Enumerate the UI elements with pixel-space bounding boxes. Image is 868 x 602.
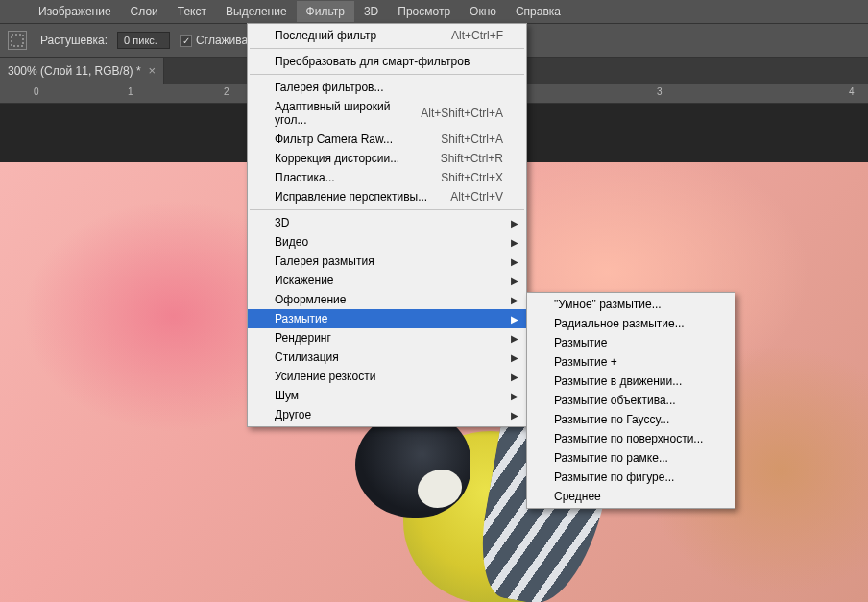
menu-item-label: 3D xyxy=(275,216,503,229)
menu-item[interactable]: Галерея фильтров... xyxy=(248,78,526,97)
menu-item-label: Пластика... xyxy=(275,171,441,184)
menu-item-label: Стилизация xyxy=(275,350,503,364)
menu-item-label: Оформление xyxy=(275,293,503,306)
chevron-right-icon: ▶ xyxy=(511,276,518,286)
submenu-item-label: Среднее xyxy=(554,490,711,503)
chevron-right-icon: ▶ xyxy=(511,295,518,305)
menu-shortcut: Alt+Shift+Ctrl+A xyxy=(421,107,503,120)
menu-item[interactable]: Искажение▶ xyxy=(248,271,526,290)
chevron-right-icon: ▶ xyxy=(511,391,518,401)
menu-item[interactable]: Последний фильтрAlt+Ctrl+F xyxy=(248,26,526,45)
menu-item-label: Адаптивный широкий угол... xyxy=(275,100,421,127)
menu-item-label: Шум xyxy=(275,389,503,402)
menu-item[interactable]: Размытие▶ xyxy=(248,309,526,328)
menu-item[interactable]: Другое▶ xyxy=(248,405,526,424)
menu-item[interactable]: Рендеринг▶ xyxy=(248,328,526,348)
menu-item[interactable]: 3D▶ xyxy=(248,213,526,232)
menu-item[interactable]: Усиление резкости▶ xyxy=(248,367,526,386)
menu-item-label: Коррекция дисторсии... xyxy=(275,152,441,165)
menubar-item-Просмотр[interactable]: Просмотр xyxy=(388,1,460,22)
menu-item[interactable]: Адаптивный широкий угол...Alt+Shift+Ctrl… xyxy=(248,97,526,130)
submenu-item-label: Размытие по фигуре... xyxy=(554,470,711,484)
menubar-item-Выделение[interactable]: Выделение xyxy=(216,1,297,22)
ruler-tick: 0 xyxy=(34,86,39,97)
menu-item[interactable]: Оформление▶ xyxy=(248,290,526,309)
menu-shortcut: Shift+Ctrl+A xyxy=(441,132,503,146)
menu-item-label: Галерея фильтров... xyxy=(275,81,503,94)
chevron-right-icon: ▶ xyxy=(511,410,518,421)
chevron-right-icon: ▶ xyxy=(511,333,518,344)
check-icon: ✓ xyxy=(180,35,192,47)
submenu-item[interactable]: Радиальное размытие... xyxy=(527,314,735,333)
menu-separator xyxy=(250,209,524,210)
submenu-item-label: Радиальное размытие... xyxy=(554,317,711,330)
svg-rect-0 xyxy=(12,35,23,46)
menu-shortcut: Alt+Ctrl+F xyxy=(451,29,503,42)
submenu-item-label: Размытие по Гауссу... xyxy=(554,413,711,426)
menubar-item-Изображение[interactable]: Изображение xyxy=(29,1,121,22)
submenu-item[interactable]: Размытие по фигуре... xyxy=(527,468,735,487)
menu-item[interactable]: Исправление перспективы...Alt+Ctrl+V xyxy=(248,187,526,206)
document-tab[interactable]: 300% (Слой 11, RGB/8) * × xyxy=(0,58,164,84)
menu-separator xyxy=(250,48,524,49)
menu-item-label: Галерея размытия xyxy=(275,254,503,268)
submenu-item-label: Размытие объектива... xyxy=(554,394,711,407)
submenu-item[interactable]: Размытие xyxy=(527,333,735,352)
ruler-tick: 1 xyxy=(128,86,133,97)
submenu-item[interactable]: Размытие по рамке... xyxy=(527,448,735,468)
chevron-right-icon: ▶ xyxy=(511,352,518,363)
menubar-item-Слои[interactable]: Слои xyxy=(121,1,168,22)
menubar: ИзображениеСлоиТекстВыделениеФильтр3DПро… xyxy=(0,0,868,23)
chevron-right-icon: ▶ xyxy=(511,314,518,325)
menu-item[interactable]: Коррекция дисторсии...Shift+Ctrl+R xyxy=(248,149,526,168)
menu-item-label: Преобразовать для смарт-фильтров xyxy=(275,55,503,68)
blur-submenu: "Умное" размытие...Радиальное размытие..… xyxy=(526,292,735,509)
menu-item-label: Видео xyxy=(275,235,503,249)
marquee-tool-icon[interactable] xyxy=(8,31,27,50)
submenu-item[interactable]: Размытие по Гауссу... xyxy=(527,410,735,429)
feather-input[interactable] xyxy=(117,32,170,49)
feather-label: Растушевка: xyxy=(40,34,108,47)
menu-shortcut: Shift+Ctrl+R xyxy=(441,152,503,165)
menu-item-label: Исправление перспективы... xyxy=(275,190,450,204)
menu-item[interactable]: Стилизация▶ xyxy=(248,348,526,367)
menu-item-label: Рендеринг xyxy=(275,331,503,345)
menu-item-label: Последний фильтр xyxy=(275,29,451,42)
menubar-item-Справка[interactable]: Справка xyxy=(506,1,570,22)
submenu-item[interactable]: Размытие в движении... xyxy=(527,372,735,391)
submenu-item-label: Размытие xyxy=(554,336,711,349)
menu-item-label: Усиление резкости xyxy=(275,370,503,383)
menu-item[interactable]: Фильтр Camera Raw...Shift+Ctrl+A xyxy=(248,130,526,149)
menu-separator xyxy=(250,74,524,75)
menu-shortcut: Shift+Ctrl+X xyxy=(441,171,503,184)
menu-item-label: Другое xyxy=(275,408,503,421)
menu-item-label: Размытие xyxy=(275,312,503,325)
submenu-item[interactable]: Среднее xyxy=(527,487,735,506)
menu-item[interactable]: Видео▶ xyxy=(248,232,526,252)
submenu-item-label: Размытие по поверхности... xyxy=(554,432,711,445)
menubar-item-Фильтр[interactable]: Фильтр xyxy=(297,1,354,22)
menu-shortcut: Alt+Ctrl+V xyxy=(450,190,503,204)
submenu-item[interactable]: "Умное" размытие... xyxy=(527,295,735,314)
menu-item[interactable]: Преобразовать для смарт-фильтров xyxy=(248,52,526,71)
close-icon[interactable]: × xyxy=(149,63,157,78)
submenu-item[interactable]: Размытие объектива... xyxy=(527,391,735,410)
submenu-item-label: Размытие в движении... xyxy=(554,374,711,388)
submenu-item-label: "Умное" размытие... xyxy=(554,298,711,311)
chevron-right-icon: ▶ xyxy=(511,237,518,248)
menu-item[interactable]: Пластика...Shift+Ctrl+X xyxy=(248,168,526,187)
chevron-right-icon: ▶ xyxy=(511,256,518,267)
menu-item[interactable]: Шум▶ xyxy=(248,386,526,405)
menubar-item-3D[interactable]: 3D xyxy=(354,1,388,22)
tab-title: 300% (Слой 11, RGB/8) * xyxy=(8,64,141,78)
submenu-item[interactable]: Размытие + xyxy=(527,352,735,372)
filter-menu: Последний фильтрAlt+Ctrl+FПреобразовать … xyxy=(247,23,527,427)
menu-item[interactable]: Галерея размытия▶ xyxy=(248,252,526,271)
submenu-item[interactable]: Размытие по поверхности... xyxy=(527,429,735,448)
ruler-tick: 4 xyxy=(849,86,855,97)
menubar-item-Окно[interactable]: Окно xyxy=(460,1,506,22)
menubar-item-Текст[interactable]: Текст xyxy=(168,1,216,22)
menu-item-label: Искажение xyxy=(275,274,503,287)
submenu-item-label: Размытие + xyxy=(554,355,711,369)
ruler-tick: 2 xyxy=(224,86,229,97)
